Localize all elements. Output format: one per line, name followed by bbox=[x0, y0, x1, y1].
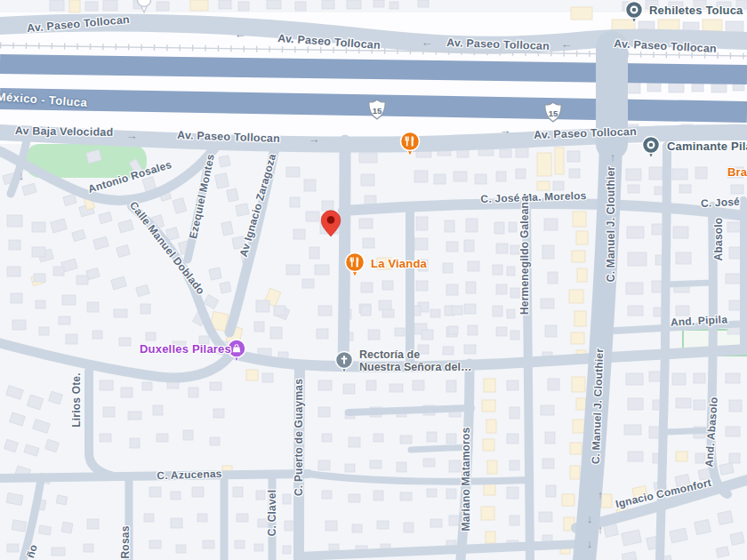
poi-label-bras[interactable]: Bras bbox=[727, 165, 747, 179]
traffic-arrow-left: ← bbox=[235, 28, 246, 40]
traffic-arrow-up: ↑ bbox=[598, 489, 604, 500]
street-label-galeana: Hermenegildo Galeana bbox=[518, 196, 531, 315]
poi-label-rectoria[interactable]: Rectoría de Nuestra Señora del… bbox=[359, 348, 471, 373]
poi-label-la-vianda[interactable]: La Vianda bbox=[371, 257, 427, 270]
street-label-abasolo: Abasolo bbox=[712, 218, 725, 261]
street-label-azucenas: C. Azucenas bbox=[157, 468, 222, 483]
poi-label-duxelles[interactable]: Duxelles Pilares bbox=[140, 342, 231, 356]
poi-label-rehiletes[interactable]: Rehiletes Toluca bbox=[649, 4, 743, 17]
street-label-guaymas: C. Puerto de Guaymas bbox=[293, 379, 305, 496]
street-label-clavel: C. Clavel bbox=[266, 490, 278, 537]
map-geometry bbox=[0, 0, 747, 560]
poi-label-caminante[interactable]: Caminante Pila bbox=[667, 140, 747, 153]
traffic-arrow-left: ← bbox=[422, 36, 433, 48]
street-label-lirios: Lirios Ote. bbox=[70, 372, 83, 428]
highway-shield-15: 15 bbox=[367, 99, 387, 120]
poi-label-rectoria-line1: Rectoría de bbox=[359, 348, 471, 361]
highway-shield-15: 15 bbox=[543, 101, 563, 123]
street-label-jose-partial: C. José bbox=[701, 196, 741, 210]
traffic-arrow-right: → bbox=[500, 124, 511, 136]
caminante-poi-pin[interactable] bbox=[643, 137, 660, 159]
traffic-arrow-down: ↓ bbox=[587, 538, 593, 549]
shield-route-number: 15 bbox=[543, 101, 563, 123]
street-label-baja-velocidad: Av Baja Velocidad bbox=[15, 124, 114, 139]
traffic-arrow-down: ↓ bbox=[19, 170, 25, 181]
traffic-arrow-right: → bbox=[126, 130, 138, 141]
traffic-arrow-left: ← bbox=[561, 38, 573, 50]
street-label-clouthier-1: C. Manuel J. Clouthier bbox=[605, 166, 617, 282]
shield-route-number: 15 bbox=[367, 99, 387, 120]
map-canvas[interactable]: Av. Paseo Tollocan Av. Paseo Tollocan Av… bbox=[0, 0, 747, 560]
traffic-arrow-up: ↑ bbox=[610, 151, 616, 163]
street-label-rosas: Rosas bbox=[119, 525, 132, 558]
street-label-matamoros: Mariano Matamoros bbox=[460, 428, 472, 532]
poi-label-rectoria-line2: Nuestra Señora del… bbox=[359, 361, 471, 373]
traffic-arrow-down: ↓ bbox=[587, 513, 593, 524]
traffic-arrow-up: ↑ bbox=[598, 524, 604, 535]
traffic-arrow-right: → bbox=[309, 133, 320, 145]
